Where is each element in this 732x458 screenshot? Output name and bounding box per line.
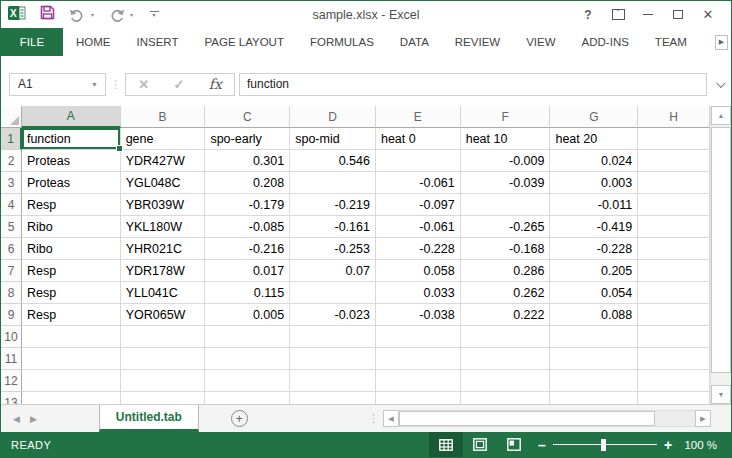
- cell-D11[interactable]: [290, 348, 376, 370]
- new-sheet-icon[interactable]: +: [231, 410, 248, 427]
- cell-F13[interactable]: [461, 392, 551, 404]
- cell-B7[interactable]: YDR178W: [121, 260, 206, 282]
- cell-H13[interactable]: [638, 392, 710, 404]
- cell-A1[interactable]: function: [22, 128, 121, 150]
- name-box[interactable]: A1 ▼: [9, 73, 106, 96]
- row-header-13[interactable]: 13: [1, 392, 22, 404]
- cell-H3[interactable]: [638, 172, 710, 194]
- cell-E9[interactable]: -0.038: [376, 304, 461, 326]
- cell-F3[interactable]: -0.039: [461, 172, 551, 194]
- enter-icon[interactable]: ✓: [173, 77, 184, 92]
- cell-F1[interactable]: heat 10: [461, 128, 551, 150]
- undo-icon[interactable]: [69, 8, 86, 22]
- ribbon-tab-review[interactable]: REVIEW: [442, 28, 513, 56]
- maximize-icon[interactable]: [663, 3, 693, 27]
- cell-B8[interactable]: YLL041C: [121, 282, 206, 304]
- cell-B2[interactable]: YDR427W: [121, 150, 206, 172]
- column-header-E[interactable]: E: [376, 106, 461, 128]
- cell-C4[interactable]: -0.179: [205, 194, 290, 216]
- sheet-nav-right-icon[interactable]: ▶: [30, 414, 37, 424]
- cell-B1[interactable]: gene: [121, 128, 206, 150]
- cell-H9[interactable]: [638, 304, 710, 326]
- cell-B12[interactable]: [121, 370, 206, 392]
- cell-D4[interactable]: -0.219: [290, 194, 376, 216]
- cell-H12[interactable]: [638, 370, 710, 392]
- cell-E10[interactable]: [376, 326, 461, 348]
- page-break-view-icon[interactable]: [497, 432, 531, 457]
- customize-quick-access-toolbar-icon[interactable]: ▾: [147, 11, 161, 18]
- redo-dropdown-icon[interactable]: ▾: [130, 11, 133, 18]
- row-header-6[interactable]: 6: [1, 238, 22, 260]
- row-header-12[interactable]: 12: [1, 370, 22, 392]
- cell-H11[interactable]: [638, 348, 710, 370]
- cell-G4[interactable]: -0.011: [550, 194, 638, 216]
- zoom-level[interactable]: 100 %: [679, 439, 731, 451]
- sheet-nav-left-icon[interactable]: ◀: [13, 414, 20, 424]
- zoom-slider-thumb[interactable]: [601, 439, 606, 451]
- cell-D10[interactable]: [290, 326, 376, 348]
- cell-B4[interactable]: YBR039W: [121, 194, 206, 216]
- cell-D1[interactable]: spo-mid: [290, 128, 376, 150]
- cell-A8[interactable]: Resp: [22, 282, 121, 304]
- row-header-7[interactable]: 7: [1, 260, 22, 282]
- row-header-11[interactable]: 11: [1, 348, 22, 370]
- cell-A5[interactable]: Ribo: [22, 216, 121, 238]
- expand-formula-bar-icon[interactable]: [707, 81, 731, 88]
- cell-F11[interactable]: [461, 348, 551, 370]
- zoom-out-icon[interactable]: –: [531, 437, 553, 453]
- cell-F7[interactable]: 0.286: [461, 260, 551, 282]
- cell-G11[interactable]: [550, 348, 638, 370]
- normal-view-icon[interactable]: [429, 432, 463, 457]
- ribbon-display-options-icon[interactable]: ˆ: [603, 3, 633, 27]
- cell-C12[interactable]: [205, 370, 290, 392]
- cell-G1[interactable]: heat 20: [550, 128, 638, 150]
- page-layout-view-icon[interactable]: [463, 432, 497, 457]
- ribbon-tab-file[interactable]: FILE: [1, 28, 63, 56]
- row-header-4[interactable]: 4: [1, 194, 22, 216]
- select-all-corner[interactable]: [1, 106, 22, 128]
- cell-B5[interactable]: YKL180W: [121, 216, 206, 238]
- cell-B9[interactable]: YOR065W: [121, 304, 206, 326]
- cell-D8[interactable]: [290, 282, 376, 304]
- cell-B10[interactable]: [121, 326, 206, 348]
- row-header-9[interactable]: 9: [1, 304, 22, 326]
- cell-G6[interactable]: -0.228: [550, 238, 638, 260]
- ribbon-tab-view[interactable]: VIEW: [513, 28, 568, 56]
- cell-C11[interactable]: [205, 348, 290, 370]
- column-header-G[interactable]: G: [550, 106, 638, 128]
- cell-H4[interactable]: [638, 194, 710, 216]
- cell-F6[interactable]: -0.168: [461, 238, 551, 260]
- ribbon-tab-page-layout[interactable]: PAGE LAYOUT: [191, 28, 296, 56]
- row-header-10[interactable]: 10: [1, 326, 22, 348]
- cancel-icon[interactable]: ✕: [138, 77, 149, 92]
- row-header-8[interactable]: 8: [1, 282, 22, 304]
- cell-A13[interactable]: [22, 392, 121, 404]
- cell-D9[interactable]: -0.023: [290, 304, 376, 326]
- cell-A4[interactable]: Resp: [22, 194, 121, 216]
- cell-E11[interactable]: [376, 348, 461, 370]
- cell-C13[interactable]: [205, 392, 290, 404]
- ribbon-tab-insert[interactable]: INSERT: [124, 28, 192, 56]
- cell-E1[interactable]: heat 0: [376, 128, 461, 150]
- vertical-scrollbar-thumb[interactable]: [711, 127, 731, 373]
- cell-H5[interactable]: [638, 216, 710, 238]
- cell-B11[interactable]: [121, 348, 206, 370]
- cell-C8[interactable]: 0.115: [205, 282, 290, 304]
- horizontal-scrollbar[interactable]: ◀ ▶: [383, 410, 711, 427]
- cell-F9[interactable]: 0.222: [461, 304, 551, 326]
- column-header-C[interactable]: C: [205, 106, 290, 128]
- cell-G5[interactable]: -0.419: [550, 216, 638, 238]
- cell-F12[interactable]: [461, 370, 551, 392]
- cell-F5[interactable]: -0.265: [461, 216, 551, 238]
- cell-C9[interactable]: 0.005: [205, 304, 290, 326]
- ribbon-tabs-more-icon[interactable]: ▶: [715, 35, 728, 50]
- row-header-2[interactable]: 2: [1, 150, 22, 172]
- cell-E12[interactable]: [376, 370, 461, 392]
- cell-E3[interactable]: -0.061: [376, 172, 461, 194]
- cell-H6[interactable]: [638, 238, 710, 260]
- cell-H10[interactable]: [638, 326, 710, 348]
- cell-D2[interactable]: 0.546: [290, 150, 376, 172]
- column-header-F[interactable]: F: [461, 106, 551, 128]
- scroll-down-icon[interactable]: ▼: [711, 385, 731, 404]
- ribbon-tab-team[interactable]: TEAM: [642, 28, 700, 56]
